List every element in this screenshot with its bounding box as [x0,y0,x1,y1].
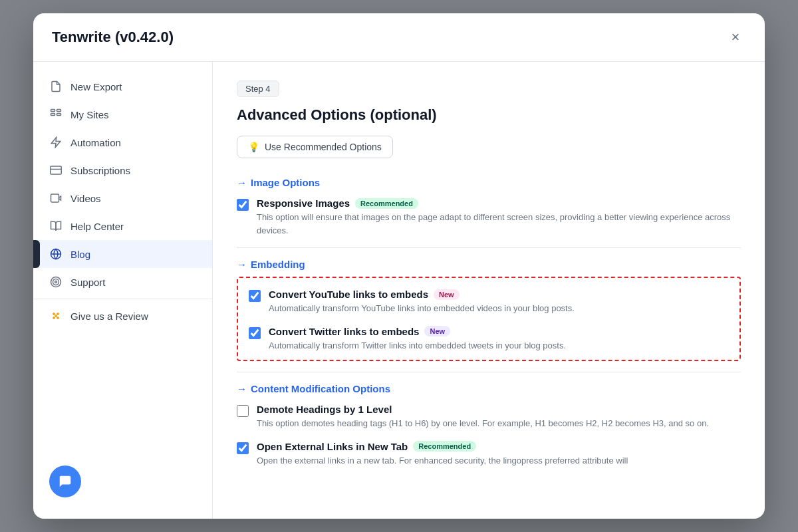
embedding-highlight-box: Convert YouTube links to embeds New Auto… [237,277,741,361]
svg-point-18 [57,313,59,315]
sidebar-label-automation: Automation [70,137,121,148]
youtube-embeds-desc: Automatically transform YouTube links in… [269,302,729,315]
sidebar-collapse-arrow[interactable]: ‹ [33,240,40,268]
sidebar-label-my-sites: My Sites [70,109,109,120]
sidebar-item-help-center[interactable]: Help Center [33,212,212,240]
nav-divider [33,299,212,299]
responsive-images-option: Responsive Images Recommended This optio… [237,198,741,237]
responsive-images-badge: Recommended [355,198,418,209]
youtube-embeds-option: Convert YouTube links to embeds New Auto… [249,289,729,315]
file-icon [49,80,63,93]
demote-headings-checkbox[interactable] [237,405,249,417]
responsive-images-desc: This option will ensure that images on t… [257,211,741,237]
responsive-images-label: Responsive Images [257,198,350,209]
external-links-label-row: Open External Links in New Tab Recommend… [257,441,741,452]
sidebar-label-give-review: Give us a Review [70,311,148,322]
sidebar-item-automation[interactable]: Automation [33,128,212,156]
twitter-embeds-option: Convert Twitter links to embeds New Auto… [249,326,729,352]
use-recommended-button[interactable]: 💡 Use Recommended Options [237,136,393,158]
sidebar-item-give-review[interactable]: Give us a Review [33,302,212,330]
content-mod-arrow-icon: → [237,383,247,394]
youtube-embeds-checkbox[interactable] [249,290,261,302]
sidebar-label-videos: Videos [70,193,101,204]
responsive-images-label-row: Responsive Images Recommended [257,198,741,209]
responsive-images-checkbox[interactable] [237,199,249,211]
modal-body: New Export My Sites Automation [33,62,765,519]
svg-point-12 [53,279,59,285]
sidebar: New Export My Sites Automation [33,62,213,519]
external-links-badge: Recommended [413,441,476,452]
section-divider-2 [237,372,741,372]
demote-headings-label: Demote Headings by 1 Level [257,404,392,415]
twitter-embeds-content: Convert Twitter links to embeds New Auto… [269,326,729,352]
section-title: Advanced Options (optional) [237,106,741,124]
svg-rect-7 [51,194,59,202]
sidebar-item-videos[interactable]: Videos [33,184,212,212]
globe-icon [49,247,63,261]
sidebar-label-blog: Blog [70,249,90,260]
svg-rect-5 [51,166,62,174]
content-modification-header: → Content Modification Options [237,383,741,394]
chat-button[interactable] [49,466,81,497]
twitter-embeds-desc: Automatically transform Twitter links in… [269,339,729,352]
youtube-embeds-content: Convert YouTube links to embeds New Auto… [269,289,729,315]
sidebar-item-my-sites[interactable]: My Sites [33,100,212,128]
demote-headings-label-row: Demote Headings by 1 Level [257,404,741,415]
svg-point-14 [53,317,55,319]
sidebar-item-new-export[interactable]: New Export [33,72,212,100]
svg-point-15 [55,315,57,317]
twitter-embeds-checkbox[interactable] [249,327,261,339]
youtube-embeds-badge: New [434,289,460,300]
image-options-link[interactable]: → Image Options [237,177,320,188]
modal-title: Tenwrite (v0.42.0) [52,29,174,46]
external-links-content: Open External Links in New Tab Recommend… [257,441,741,467]
responsive-images-content: Responsive Images Recommended This optio… [257,198,741,237]
step-badge: Step 4 [237,80,279,97]
external-links-label: Open External Links in New Tab [257,441,408,452]
twitter-embeds-badge: New [424,326,450,336]
main-content: Step 4 Advanced Options (optional) 💡 Use… [213,62,765,519]
youtube-embeds-label: Convert YouTube links to embeds [269,289,428,300]
modal-header: Tenwrite (v0.42.0) × [33,13,765,62]
embedding-link[interactable]: → Embedding [237,259,305,270]
star-icon [49,309,63,323]
sidebar-label-support: Support [70,277,106,288]
svg-point-16 [57,317,59,319]
modal: Tenwrite (v0.42.0) × New Export [33,13,765,519]
embedding-header: → Embedding [237,259,741,270]
sidebar-item-subscriptions[interactable]: Subscriptions [33,156,212,184]
arrow-icon: → [237,177,247,188]
content-modification-link[interactable]: → Content Modification Options [237,383,390,394]
close-button[interactable]: × [725,27,746,48]
sidebar-bottom [33,455,212,508]
book-icon [49,219,63,233]
demote-headings-content: Demote Headings by 1 Level This option d… [257,404,741,430]
embedding-arrow-icon: → [237,259,247,270]
svg-point-13 [55,281,57,283]
twitter-embeds-label: Convert Twitter links to embeds [269,326,419,337]
collapse-chevron-icon: ‹ [33,251,34,258]
video-icon [49,192,63,205]
svg-marker-4 [51,138,61,148]
youtube-embeds-label-row: Convert YouTube links to embeds New [269,289,729,300]
image-options-header: → Image Options [237,177,741,188]
section-divider-1 [237,247,741,248]
svg-rect-2 [51,114,55,116]
lightbulb-icon: 💡 [248,142,259,152]
external-links-option: Open External Links in New Tab Recommend… [237,441,741,467]
sidebar-item-support[interactable]: Support [33,268,212,296]
svg-rect-1 [57,110,61,112]
card-icon [49,164,63,177]
svg-rect-0 [51,110,55,112]
sidebar-item-blog[interactable]: ‹ Blog [33,240,212,268]
demote-headings-desc: This option demotes heading tags (H1 to … [257,417,741,430]
svg-point-17 [53,313,55,315]
twitter-embeds-label-row: Convert Twitter links to embeds New [269,326,729,337]
svg-rect-3 [57,114,61,116]
external-links-checkbox[interactable] [237,442,249,454]
sidebar-label-help-center: Help Center [70,221,124,232]
grid-icon [49,108,63,121]
sidebar-label-new-export: New Export [70,81,122,92]
target-icon [49,275,63,289]
sidebar-label-subscriptions: Subscriptions [70,165,130,176]
